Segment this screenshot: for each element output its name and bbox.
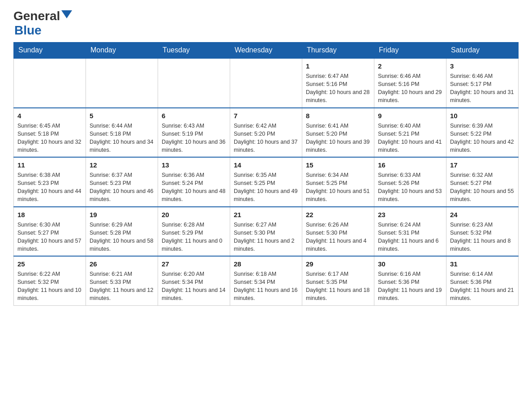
- calendar-day-cell: 11Sunrise: 6:38 AM Sunset: 5:23 PM Dayli…: [14, 157, 86, 207]
- calendar-day-cell: 26Sunrise: 6:21 AM Sunset: 5:33 PM Dayli…: [86, 256, 158, 305]
- logo-triangle-icon: [61, 10, 72, 18]
- day-info: Sunrise: 6:34 AM Sunset: 5:25 PM Dayligh…: [306, 171, 370, 204]
- day-number: 5: [90, 111, 154, 120]
- calendar-day-cell: 30Sunrise: 6:16 AM Sunset: 5:36 PM Dayli…: [374, 256, 446, 305]
- calendar-day-cell: 16Sunrise: 6:33 AM Sunset: 5:26 PM Dayli…: [374, 157, 446, 207]
- day-info: Sunrise: 6:24 AM Sunset: 5:31 PM Dayligh…: [378, 221, 442, 253]
- day-info: Sunrise: 6:35 AM Sunset: 5:25 PM Dayligh…: [234, 171, 298, 204]
- day-number: 27: [162, 259, 226, 269]
- day-info: Sunrise: 6:40 AM Sunset: 5:21 PM Dayligh…: [378, 122, 442, 154]
- day-number: 31: [450, 259, 515, 269]
- day-number: 10: [450, 111, 515, 120]
- logo-blue-text: Blue: [14, 23, 42, 37]
- day-number: 15: [306, 160, 370, 170]
- calendar-week-row: 11Sunrise: 6:38 AM Sunset: 5:23 PM Dayli…: [14, 157, 519, 207]
- calendar-day-cell: 4Sunrise: 6:45 AM Sunset: 5:18 PM Daylig…: [14, 108, 86, 158]
- day-info: Sunrise: 6:21 AM Sunset: 5:33 PM Dayligh…: [90, 270, 154, 303]
- calendar-week-row: 25Sunrise: 6:22 AM Sunset: 5:32 PM Dayli…: [14, 256, 519, 305]
- day-info: Sunrise: 6:14 AM Sunset: 5:36 PM Dayligh…: [450, 270, 515, 303]
- day-info: Sunrise: 6:28 AM Sunset: 5:29 PM Dayligh…: [162, 221, 226, 253]
- calendar-day-cell: 2Sunrise: 6:46 AM Sunset: 5:16 PM Daylig…: [374, 58, 446, 108]
- calendar-day-cell: [158, 58, 230, 108]
- day-number: 13: [162, 160, 226, 170]
- calendar-week-row: 18Sunrise: 6:30 AM Sunset: 5:27 PM Dayli…: [14, 207, 519, 257]
- calendar-day-cell: 25Sunrise: 6:22 AM Sunset: 5:32 PM Dayli…: [14, 256, 86, 305]
- calendar-day-cell: [86, 58, 158, 108]
- calendar-day-cell: 1Sunrise: 6:47 AM Sunset: 5:16 PM Daylig…: [302, 58, 374, 108]
- day-number: 24: [450, 210, 515, 219]
- day-number: 6: [162, 111, 226, 120]
- page-header: General Blue: [13, 9, 519, 38]
- day-info: Sunrise: 6:43 AM Sunset: 5:19 PM Dayligh…: [162, 122, 226, 154]
- day-number: 21: [234, 210, 298, 219]
- day-number: 19: [90, 210, 154, 219]
- day-number: 11: [17, 160, 82, 170]
- calendar-day-cell: 22Sunrise: 6:26 AM Sunset: 5:30 PM Dayli…: [302, 207, 374, 257]
- calendar-header-saturday: Saturday: [446, 43, 519, 59]
- day-info: Sunrise: 6:39 AM Sunset: 5:22 PM Dayligh…: [450, 122, 515, 154]
- day-number: 25: [17, 259, 82, 269]
- calendar-header-thursday: Thursday: [302, 43, 374, 59]
- day-number: 30: [378, 259, 442, 269]
- day-number: 2: [378, 61, 442, 71]
- day-info: Sunrise: 6:29 AM Sunset: 5:28 PM Dayligh…: [90, 221, 154, 253]
- calendar-day-cell: 23Sunrise: 6:24 AM Sunset: 5:31 PM Dayli…: [374, 207, 446, 257]
- calendar-header-sunday: Sunday: [14, 43, 86, 59]
- day-info: Sunrise: 6:42 AM Sunset: 5:20 PM Dayligh…: [234, 122, 298, 154]
- day-number: 3: [450, 61, 515, 71]
- calendar-day-cell: [14, 58, 86, 108]
- calendar-day-cell: 27Sunrise: 6:20 AM Sunset: 5:34 PM Dayli…: [158, 256, 230, 305]
- day-info: Sunrise: 6:22 AM Sunset: 5:32 PM Dayligh…: [17, 270, 82, 303]
- day-number: 1: [306, 61, 370, 71]
- calendar-day-cell: 18Sunrise: 6:30 AM Sunset: 5:27 PM Dayli…: [14, 207, 86, 257]
- day-number: 9: [378, 111, 442, 120]
- calendar-header-row: SundayMondayTuesdayWednesdayThursdayFrid…: [14, 43, 519, 59]
- day-number: 7: [234, 111, 298, 120]
- day-info: Sunrise: 6:23 AM Sunset: 5:32 PM Dayligh…: [450, 221, 515, 253]
- day-info: Sunrise: 6:18 AM Sunset: 5:34 PM Dayligh…: [234, 270, 298, 303]
- calendar-day-cell: 8Sunrise: 6:41 AM Sunset: 5:20 PM Daylig…: [302, 108, 374, 158]
- day-info: Sunrise: 6:30 AM Sunset: 5:27 PM Dayligh…: [17, 221, 82, 253]
- day-info: Sunrise: 6:27 AM Sunset: 5:30 PM Dayligh…: [234, 221, 298, 253]
- calendar-day-cell: 19Sunrise: 6:29 AM Sunset: 5:28 PM Dayli…: [86, 207, 158, 257]
- day-number: 16: [378, 160, 442, 170]
- day-info: Sunrise: 6:41 AM Sunset: 5:20 PM Dayligh…: [306, 122, 370, 154]
- day-number: 18: [17, 210, 82, 219]
- calendar-week-row: 4Sunrise: 6:45 AM Sunset: 5:18 PM Daylig…: [14, 108, 519, 158]
- logo: General Blue: [13, 9, 72, 38]
- calendar-day-cell: 14Sunrise: 6:35 AM Sunset: 5:25 PM Dayli…: [230, 157, 302, 207]
- day-number: 12: [90, 160, 154, 170]
- day-number: 8: [306, 111, 370, 120]
- calendar-day-cell: 13Sunrise: 6:36 AM Sunset: 5:24 PM Dayli…: [158, 157, 230, 207]
- calendar-header-monday: Monday: [86, 43, 158, 59]
- calendar-header-friday: Friday: [374, 43, 446, 59]
- calendar-day-cell: 21Sunrise: 6:27 AM Sunset: 5:30 PM Dayli…: [230, 207, 302, 257]
- day-info: Sunrise: 6:37 AM Sunset: 5:23 PM Dayligh…: [90, 171, 154, 204]
- day-number: 4: [17, 111, 82, 120]
- day-info: Sunrise: 6:16 AM Sunset: 5:36 PM Dayligh…: [378, 270, 442, 303]
- calendar-header-tuesday: Tuesday: [158, 43, 230, 59]
- calendar-week-row: 1Sunrise: 6:47 AM Sunset: 5:16 PM Daylig…: [14, 58, 519, 108]
- calendar-day-cell: 5Sunrise: 6:44 AM Sunset: 5:18 PM Daylig…: [86, 108, 158, 158]
- calendar-day-cell: 3Sunrise: 6:46 AM Sunset: 5:17 PM Daylig…: [446, 58, 519, 108]
- calendar-day-cell: 29Sunrise: 6:17 AM Sunset: 5:35 PM Dayli…: [302, 256, 374, 305]
- calendar-day-cell: 28Sunrise: 6:18 AM Sunset: 5:34 PM Dayli…: [230, 256, 302, 305]
- day-info: Sunrise: 6:20 AM Sunset: 5:34 PM Dayligh…: [162, 270, 226, 303]
- calendar-header-wednesday: Wednesday: [230, 43, 302, 59]
- calendar-day-cell: 17Sunrise: 6:32 AM Sunset: 5:27 PM Dayli…: [446, 157, 519, 207]
- calendar-day-cell: 31Sunrise: 6:14 AM Sunset: 5:36 PM Dayli…: [446, 256, 519, 305]
- calendar-day-cell: 15Sunrise: 6:34 AM Sunset: 5:25 PM Dayli…: [302, 157, 374, 207]
- calendar-day-cell: 20Sunrise: 6:28 AM Sunset: 5:29 PM Dayli…: [158, 207, 230, 257]
- day-number: 17: [450, 160, 515, 170]
- calendar-day-cell: 24Sunrise: 6:23 AM Sunset: 5:32 PM Dayli…: [446, 207, 519, 257]
- day-number: 23: [378, 210, 442, 219]
- day-number: 14: [234, 160, 298, 170]
- day-info: Sunrise: 6:17 AM Sunset: 5:35 PM Dayligh…: [306, 270, 370, 303]
- calendar-table: SundayMondayTuesdayWednesdayThursdayFrid…: [13, 42, 519, 306]
- day-info: Sunrise: 6:33 AM Sunset: 5:26 PM Dayligh…: [378, 171, 442, 204]
- day-info: Sunrise: 6:47 AM Sunset: 5:16 PM Dayligh…: [306, 72, 370, 105]
- day-info: Sunrise: 6:38 AM Sunset: 5:23 PM Dayligh…: [17, 171, 82, 204]
- calendar-day-cell: 12Sunrise: 6:37 AM Sunset: 5:23 PM Dayli…: [86, 157, 158, 207]
- day-number: 22: [306, 210, 370, 219]
- day-number: 29: [306, 259, 370, 269]
